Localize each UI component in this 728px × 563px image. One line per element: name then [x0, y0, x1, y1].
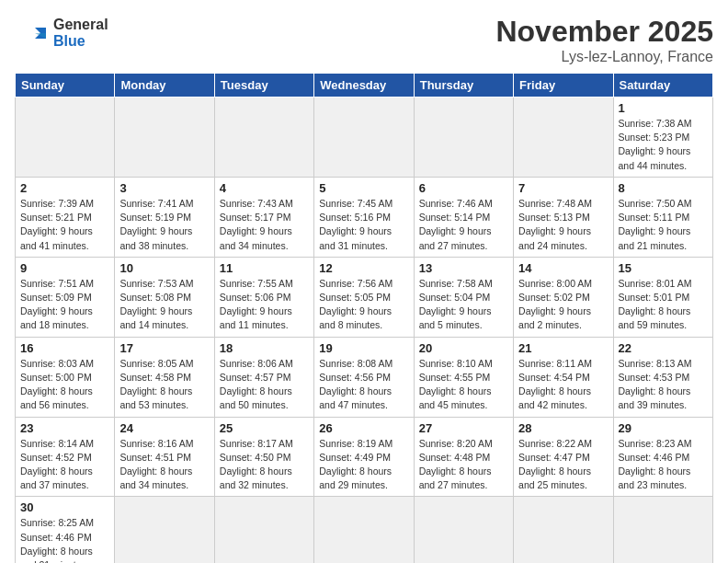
day-cell: 14Sunrise: 8:00 AM Sunset: 5:02 PM Dayli… [514, 257, 613, 337]
day-info: Sunrise: 7:55 AM Sunset: 5:06 PM Dayligh… [220, 277, 309, 333]
day-number: 19 [319, 341, 408, 355]
day-info: Sunrise: 7:38 AM Sunset: 5:23 PM Dayligh… [619, 117, 708, 173]
day-cell [115, 497, 214, 563]
day-number: 8 [619, 181, 708, 195]
day-cell: 23Sunrise: 8:14 AM Sunset: 4:52 PM Dayli… [16, 417, 115, 497]
blue-text: Blue [53, 33, 108, 50]
weekday-header-wednesday: Wednesday [314, 74, 414, 98]
day-number: 17 [119, 341, 209, 355]
day-number: 4 [220, 181, 309, 195]
general-text: General [53, 17, 108, 33]
logo-text-block: General Blue [53, 17, 108, 51]
day-info: Sunrise: 8:05 AM Sunset: 4:58 PM Dayligh… [119, 357, 209, 413]
day-cell: 18Sunrise: 8:06 AM Sunset: 4:57 PM Dayli… [214, 337, 313, 417]
title-area: November 2025 Lys-lez-Lannoy, France [495, 15, 713, 65]
day-number: 27 [419, 421, 508, 435]
day-info: Sunrise: 8:17 AM Sunset: 4:50 PM Dayligh… [220, 437, 309, 493]
day-cell: 25Sunrise: 8:17 AM Sunset: 4:50 PM Dayli… [214, 417, 313, 497]
day-number: 1 [619, 101, 708, 115]
day-number: 5 [319, 181, 408, 195]
day-info: Sunrise: 7:51 AM Sunset: 5:09 PM Dayligh… [20, 277, 109, 333]
day-number: 28 [518, 421, 608, 435]
day-number: 14 [518, 261, 608, 275]
day-cell: 7Sunrise: 7:48 AM Sunset: 5:13 PM Daylig… [514, 177, 613, 257]
day-cell: 11Sunrise: 7:55 AM Sunset: 5:06 PM Dayli… [214, 257, 313, 337]
day-info: Sunrise: 8:25 AM Sunset: 4:46 PM Dayligh… [20, 516, 109, 563]
location-title: Lys-lez-Lannoy, France [495, 49, 713, 65]
day-cell: 12Sunrise: 7:56 AM Sunset: 5:05 PM Dayli… [314, 257, 414, 337]
day-number: 11 [220, 261, 309, 275]
day-cell: 30Sunrise: 8:25 AM Sunset: 4:46 PM Dayli… [16, 497, 115, 563]
day-cell [16, 98, 115, 178]
day-number: 26 [319, 421, 408, 435]
day-number: 29 [619, 421, 708, 435]
logo-wrapper: General Blue [15, 15, 108, 52]
day-info: Sunrise: 8:16 AM Sunset: 4:51 PM Dayligh… [119, 437, 209, 493]
weekday-header-sunday: Sunday [16, 74, 115, 98]
week-row-3: 9Sunrise: 7:51 AM Sunset: 5:09 PM Daylig… [16, 257, 713, 337]
day-cell: 4Sunrise: 7:43 AM Sunset: 5:17 PM Daylig… [214, 177, 313, 257]
day-cell: 22Sunrise: 8:13 AM Sunset: 4:53 PM Dayli… [613, 337, 712, 417]
week-row-5: 23Sunrise: 8:14 AM Sunset: 4:52 PM Dayli… [16, 417, 713, 497]
day-cell: 16Sunrise: 8:03 AM Sunset: 5:00 PM Dayli… [16, 337, 115, 417]
day-cell: 29Sunrise: 8:23 AM Sunset: 4:46 PM Dayli… [613, 417, 712, 497]
day-info: Sunrise: 8:14 AM Sunset: 4:52 PM Dayligh… [20, 437, 109, 493]
day-cell: 2Sunrise: 7:39 AM Sunset: 5:21 PM Daylig… [16, 177, 115, 257]
day-info: Sunrise: 7:43 AM Sunset: 5:17 PM Dayligh… [220, 197, 309, 253]
day-info: Sunrise: 8:22 AM Sunset: 4:47 PM Dayligh… [518, 437, 608, 493]
weekday-header-row: SundayMondayTuesdayWednesdayThursdayFrid… [16, 74, 713, 98]
calendar-table: SundayMondayTuesdayWednesdayThursdayFrid… [15, 73, 713, 563]
day-info: Sunrise: 7:48 AM Sunset: 5:13 PM Dayligh… [518, 197, 608, 253]
logo: General Blue [15, 15, 108, 52]
day-number: 6 [419, 181, 508, 195]
weekday-header-tuesday: Tuesday [214, 74, 313, 98]
weekday-header-thursday: Thursday [414, 74, 513, 98]
day-info: Sunrise: 7:53 AM Sunset: 5:08 PM Dayligh… [119, 277, 209, 333]
day-cell: 9Sunrise: 7:51 AM Sunset: 5:09 PM Daylig… [16, 257, 115, 337]
day-cell [514, 98, 613, 178]
week-row-1: 1Sunrise: 7:38 AM Sunset: 5:23 PM Daylig… [16, 98, 713, 178]
weekday-header-monday: Monday [115, 74, 214, 98]
day-cell: 21Sunrise: 8:11 AM Sunset: 4:54 PM Dayli… [514, 337, 613, 417]
day-info: Sunrise: 8:23 AM Sunset: 4:46 PM Dayligh… [619, 437, 708, 493]
day-number: 23 [20, 421, 109, 435]
day-number: 20 [419, 341, 508, 355]
day-info: Sunrise: 8:13 AM Sunset: 4:53 PM Dayligh… [619, 357, 708, 413]
day-info: Sunrise: 8:06 AM Sunset: 4:57 PM Dayligh… [220, 357, 309, 413]
day-number: 7 [518, 181, 608, 195]
day-cell [214, 497, 313, 563]
day-cell [414, 98, 513, 178]
month-title: November 2025 [495, 15, 713, 49]
day-cell [214, 98, 313, 178]
day-info: Sunrise: 7:56 AM Sunset: 5:05 PM Dayligh… [319, 277, 408, 333]
day-cell: 1Sunrise: 7:38 AM Sunset: 5:23 PM Daylig… [613, 98, 712, 178]
day-cell: 6Sunrise: 7:46 AM Sunset: 5:14 PM Daylig… [414, 177, 513, 257]
day-number: 30 [20, 500, 109, 514]
day-cell [314, 497, 414, 563]
day-cell: 20Sunrise: 8:10 AM Sunset: 4:55 PM Dayli… [414, 337, 513, 417]
header: General Blue November 2025 Lys-lez-Lanno… [15, 15, 713, 65]
day-info: Sunrise: 8:11 AM Sunset: 4:54 PM Dayligh… [518, 357, 608, 413]
logo-svg [15, 15, 51, 52]
day-cell: 27Sunrise: 8:20 AM Sunset: 4:48 PM Dayli… [414, 417, 513, 497]
day-number: 21 [518, 341, 608, 355]
day-info: Sunrise: 8:01 AM Sunset: 5:01 PM Dayligh… [619, 277, 708, 333]
day-cell: 13Sunrise: 7:58 AM Sunset: 5:04 PM Dayli… [414, 257, 513, 337]
day-cell: 17Sunrise: 8:05 AM Sunset: 4:58 PM Dayli… [115, 337, 214, 417]
week-row-6: 30Sunrise: 8:25 AM Sunset: 4:46 PM Dayli… [16, 497, 713, 563]
day-info: Sunrise: 7:39 AM Sunset: 5:21 PM Dayligh… [20, 197, 109, 253]
day-cell: 3Sunrise: 7:41 AM Sunset: 5:19 PM Daylig… [115, 177, 214, 257]
week-row-4: 16Sunrise: 8:03 AM Sunset: 5:00 PM Dayli… [16, 337, 713, 417]
day-number: 10 [119, 261, 209, 275]
day-cell: 15Sunrise: 8:01 AM Sunset: 5:01 PM Dayli… [613, 257, 712, 337]
day-cell: 28Sunrise: 8:22 AM Sunset: 4:47 PM Dayli… [514, 417, 613, 497]
day-number: 24 [119, 421, 209, 435]
day-info: Sunrise: 8:03 AM Sunset: 5:00 PM Dayligh… [20, 357, 109, 413]
day-cell [314, 98, 414, 178]
week-row-2: 2Sunrise: 7:39 AM Sunset: 5:21 PM Daylig… [16, 177, 713, 257]
day-cell: 5Sunrise: 7:45 AM Sunset: 5:16 PM Daylig… [314, 177, 414, 257]
day-info: Sunrise: 7:58 AM Sunset: 5:04 PM Dayligh… [419, 277, 508, 333]
day-info: Sunrise: 8:20 AM Sunset: 4:48 PM Dayligh… [419, 437, 508, 493]
weekday-header-friday: Friday [514, 74, 613, 98]
day-number: 3 [119, 181, 209, 195]
